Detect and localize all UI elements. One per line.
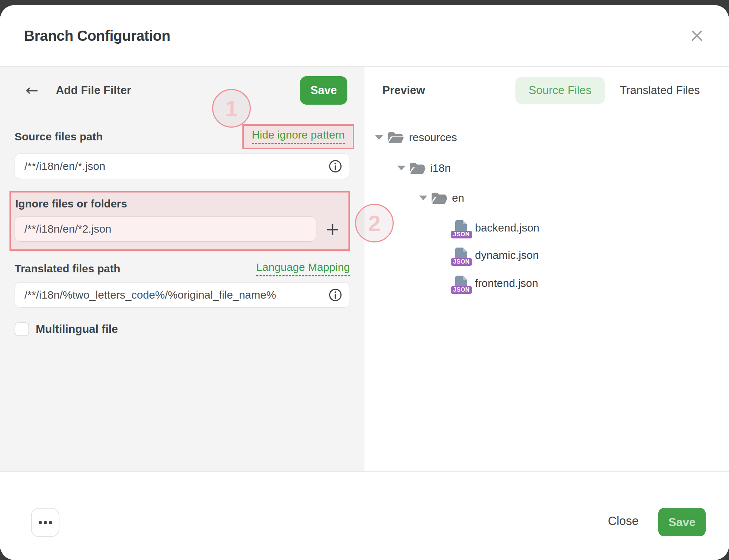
hide-ignore-pattern-link[interactable]: Hide ignore pattern — [252, 129, 345, 144]
json-file-icon-wrap: JSON — [455, 247, 468, 263]
caret-down-icon[interactable] — [375, 135, 383, 140]
tab-translated-files[interactable]: Translated Files — [620, 84, 700, 97]
branch-configuration-dialog: Branch Configuration ← Add File Filter S… — [0, 5, 729, 560]
dialog-footer: Close Save — [0, 471, 729, 560]
tab-source-files[interactable]: Source Files — [515, 77, 604, 104]
ignore-input-row: + — [11, 216, 348, 242]
file-type-badge: JSON — [451, 286, 472, 294]
info-icon[interactable] — [329, 160, 342, 173]
caret-down-icon[interactable] — [397, 166, 405, 171]
source-path-input-wrap — [15, 153, 350, 179]
file-filter-panel: ← Add File Filter Save Source files path… — [0, 67, 364, 471]
folder-icon — [431, 192, 448, 204]
folder-icon — [409, 162, 426, 174]
close-icon[interactable] — [688, 27, 706, 44]
preview-panel: Preview Source Files Translated Files re… — [364, 67, 729, 471]
tree-folder-label: i18n — [430, 162, 451, 174]
ellipsis-icon — [39, 521, 42, 524]
dialog-title: Branch Configuration — [24, 28, 170, 44]
multilingual-checkbox[interactable] — [15, 322, 29, 336]
translated-path-input-wrap — [15, 282, 350, 308]
close-dialog-button[interactable]: Close — [608, 514, 639, 528]
preview-tabs: Source Files Translated Files — [515, 77, 700, 104]
file-filter-header: ← Add File Filter Save — [0, 67, 364, 114]
tree-row-i18n[interactable]: i18n — [364, 159, 729, 177]
caret-down-icon[interactable] — [419, 196, 427, 201]
folder-open-icon — [431, 192, 448, 204]
hide-ignore-highlight: Hide ignore pattern — [242, 124, 354, 149]
save-dialog-button[interactable]: Save — [658, 508, 706, 536]
ignore-pattern-highlight-section: Ignore files or folders + — [9, 191, 350, 251]
add-ignore-pattern-button[interactable]: + — [316, 220, 348, 238]
multilingual-label: Multilingual file — [36, 323, 118, 336]
folder-open-icon — [387, 131, 404, 144]
tree-file-label: backend.json — [475, 222, 539, 234]
json-file-icon-wrap: JSON — [455, 220, 468, 236]
folder-icon — [387, 131, 404, 144]
save-filter-button[interactable]: Save — [300, 76, 347, 105]
tree-file-label: frontend.json — [475, 277, 538, 289]
tree-row-frontend.json[interactable]: JSONfrontend.json — [364, 275, 729, 292]
translated-path-label: Translated files path — [15, 262, 120, 275]
tree-folder-label: en — [452, 192, 464, 204]
preview-header: Preview Source Files Translated Files — [364, 67, 729, 114]
page: { "window": { "title": "Branch Configura… — [0, 0, 729, 560]
tree-row-dynamic.json[interactable]: JSONdynamic.json — [364, 246, 729, 264]
tree-file-label: dynamic.json — [475, 249, 539, 261]
file-filter-form: Source files path Hide ignore pattern Ig… — [0, 114, 364, 336]
json-file-icon-wrap: JSON — [455, 275, 468, 291]
ignore-files-label: Ignore files or folders — [15, 198, 348, 210]
close-x-glyph — [691, 30, 703, 42]
dialog-content: ← Add File Filter Save Source files path… — [0, 67, 729, 471]
tree-row-en[interactable]: en — [364, 189, 729, 207]
tree-row-backend.json[interactable]: JSONbackend.json — [364, 219, 729, 237]
file-tree: resourcesi18nenJSONbackend.jsonJSONdynam… — [364, 114, 729, 471]
source-path-label-row: Source files path Hide ignore pattern — [15, 124, 350, 149]
info-icon[interactable] — [329, 288, 342, 302]
tree-row-resources[interactable]: resources — [364, 129, 729, 146]
back-arrow-icon[interactable]: ← — [26, 83, 38, 98]
multilingual-row: Multilingual file — [15, 322, 350, 336]
source-path-label: Source files path — [15, 131, 103, 143]
file-type-badge: JSON — [451, 231, 472, 238]
add-file-filter-title: Add File Filter — [56, 84, 131, 97]
dialog-titlebar: Branch Configuration — [0, 5, 729, 67]
more-options-button[interactable] — [31, 508, 59, 537]
folder-open-icon — [409, 162, 426, 174]
translated-path-label-row: Translated files path Language Mapping — [15, 260, 350, 278]
preview-title: Preview — [382, 84, 425, 97]
ignore-pattern-input[interactable] — [15, 216, 316, 242]
translated-path-input[interactable] — [15, 282, 350, 308]
tree-folder-label: resources — [409, 131, 457, 144]
source-path-input[interactable] — [15, 153, 350, 179]
file-type-badge: JSON — [451, 258, 472, 266]
language-mapping-link[interactable]: Language Mapping — [256, 261, 350, 276]
